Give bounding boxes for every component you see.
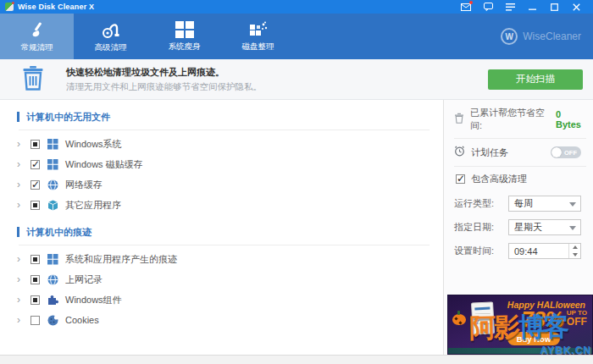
separator <box>454 166 586 167</box>
puzzle-icon <box>47 294 58 306</box>
buy-now-button[interactable]: Buy Now <box>507 332 560 345</box>
brand-logo: W WiseCleaner <box>501 14 593 59</box>
list-item-windows-components[interactable]: › Windows组件 <box>17 290 430 310</box>
time-label: 设置时间: <box>454 245 494 257</box>
run-type-label: 运行类型: <box>454 197 494 210</box>
promo-banner[interactable]: Happy HALloween 78% UP TO OFF Buy Now <box>447 295 593 355</box>
section-accent-bar <box>17 112 19 122</box>
promo-discount: 78% UP TO OFF <box>522 309 587 330</box>
include-advanced-label: 包含高级清理 <box>471 173 527 185</box>
spinner-buttons <box>568 244 580 258</box>
schedule-row: 计划任务 OFF <box>454 145 586 160</box>
savings-label: 已累计帮您节省空间: <box>470 107 550 132</box>
titlebar-controls <box>461 3 588 12</box>
checkbox[interactable] <box>30 316 40 325</box>
app-icon <box>5 3 14 11</box>
hero-text: 快速轻松地清理垃圾文件及上网痕迹。 清理无用文件和上网痕迹能够节省空间保护隐私。 <box>66 66 262 93</box>
start-scan-button[interactable]: 开始扫描 <box>488 69 583 90</box>
scheduled-task-toggle[interactable]: OFF <box>551 146 581 158</box>
side-panel: 已累计帮您节省空间: 0 Bytes 计划任务 OFF 包含高级清理 <box>444 100 593 355</box>
statusbar <box>0 355 593 364</box>
brush-icon <box>26 19 48 40</box>
toggle-knob <box>551 147 562 157</box>
run-type-select[interactable]: 每周 <box>508 196 581 212</box>
checkbox[interactable] <box>30 255 40 264</box>
mail-icon[interactable] <box>461 3 471 12</box>
chevron-right-icon[interactable]: › <box>17 295 24 305</box>
spin-up-button[interactable] <box>569 244 580 251</box>
cookie-icon <box>47 314 58 326</box>
chevron-right-icon[interactable]: › <box>17 179 24 190</box>
day-row: 指定日期: 星期天 <box>454 219 586 235</box>
list-item-tile-cache[interactable]: › Windows 磁贴缓存 <box>17 154 430 174</box>
checkbox[interactable] <box>30 275 40 284</box>
tab-disk-defrag[interactable]: 磁盘整理 <box>221 14 295 59</box>
checkbox[interactable] <box>30 140 40 149</box>
checkbox[interactable] <box>30 201 40 210</box>
minimize-icon[interactable] <box>527 3 537 12</box>
chat-icon[interactable] <box>483 3 493 12</box>
chevron-down-icon <box>569 202 576 207</box>
checkbox[interactable] <box>456 174 465 184</box>
list-item-cookies[interactable]: › Cookies <box>17 310 430 330</box>
tab-label: 高级清理 <box>95 42 127 53</box>
cleanup-list: 计算机中的无用文件 › Windows系统 › Windows 磁贴缓存 › 网… <box>0 100 444 355</box>
list-item-windows-system[interactable]: › Windows系统 <box>17 134 430 154</box>
tab-advanced-clean[interactable]: 高级清理 <box>74 14 147 59</box>
tab-label: 常规清理 <box>21 42 53 53</box>
checkbox[interactable] <box>30 180 40 190</box>
list-item-other-apps[interactable]: › 其它应用程序 <box>17 195 430 215</box>
windows-logo-icon <box>47 138 58 150</box>
hero-title: 快速轻松地清理垃圾文件及上网痕迹。 <box>66 66 262 79</box>
chevron-down-icon <box>569 226 576 230</box>
time-spinner[interactable]: 09:44 <box>508 243 581 259</box>
tab-common-clean[interactable]: 常规清理 <box>0 14 74 59</box>
hero-banner: 快速轻松地清理垃圾文件及上网痕迹。 清理无用文件和上网痕迹能够节省空间保护隐私。… <box>0 59 593 100</box>
tab-label: 磁盘整理 <box>242 41 274 52</box>
pumpkin-icon <box>452 314 466 325</box>
chevron-right-icon[interactable]: › <box>17 139 24 149</box>
time-row: 设置时间: 09:44 <box>454 243 586 259</box>
chevron-right-icon[interactable]: › <box>17 274 24 284</box>
defrag-icon <box>248 20 269 39</box>
include-advanced-row[interactable]: 包含高级清理 <box>456 173 586 185</box>
day-select[interactable]: 星期天 <box>508 219 581 235</box>
day-label: 指定日期: <box>454 221 494 234</box>
product-box-image <box>471 301 495 334</box>
tab-system-slim[interactable]: 系统瘦身 <box>147 14 221 59</box>
list-item-browsing-history[interactable]: › 上网记录 <box>17 269 430 290</box>
brand-name: WiseCleaner <box>523 30 581 42</box>
chevron-right-icon[interactable]: › <box>17 159 24 169</box>
tab-label: 系统瘦身 <box>169 41 201 52</box>
toggle-state-label: OFF <box>564 149 577 157</box>
windows-logo-icon <box>47 158 58 170</box>
trash-outline-icon <box>454 112 464 127</box>
hero-subtitle: 清理无用文件和上网痕迹能够节省空间保护隐私。 <box>66 81 262 93</box>
checkbox[interactable] <box>30 160 40 169</box>
time-value: 09:44 <box>509 246 568 256</box>
list-item-web-cache[interactable]: › 网络缓存 <box>17 174 430 195</box>
run-type-row: 运行类型: 每周 <box>454 196 586 212</box>
chevron-right-icon[interactable]: › <box>17 315 24 325</box>
checkbox[interactable] <box>30 295 40 305</box>
savings-value: 0 Bytes <box>556 109 586 130</box>
globe-icon <box>47 273 58 285</box>
window-title: Wise Disk Cleaner X <box>18 3 94 11</box>
vacuum-icon <box>100 19 122 40</box>
package-icon <box>47 199 58 211</box>
globe-icon <box>47 179 58 190</box>
menu-icon[interactable] <box>505 3 515 12</box>
windows-logo-icon <box>47 253 58 265</box>
chevron-right-icon[interactable]: › <box>17 254 24 264</box>
section-header-traces: 计算机中的痕迹 <box>17 223 430 240</box>
list-item-system-traces[interactable]: › 系统和应用程序产生的痕迹 <box>17 249 430 269</box>
chevron-right-icon[interactable]: › <box>17 200 24 210</box>
section-accent-bar <box>17 227 19 237</box>
savings-row: 已累计帮您节省空间: 0 Bytes <box>454 107 586 132</box>
maximize-icon[interactable] <box>549 3 559 12</box>
wise-disk-cleaner-window: Wise Disk Cleaner X <box>0 0 593 364</box>
spin-down-button[interactable] <box>569 251 580 259</box>
close-icon[interactable] <box>571 3 581 12</box>
separator <box>19 245 430 245</box>
separator <box>19 130 430 130</box>
